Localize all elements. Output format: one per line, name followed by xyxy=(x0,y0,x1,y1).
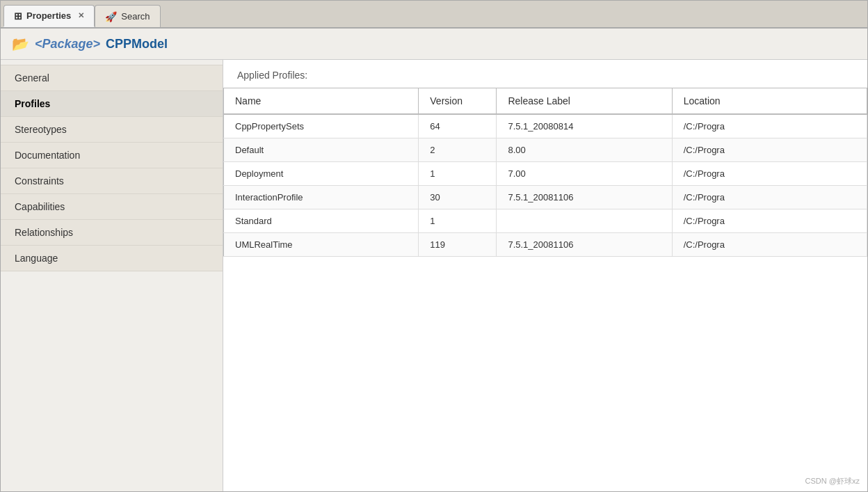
sidebar-item-language[interactable]: Language xyxy=(1,246,223,271)
cell-location: /C:/Progra xyxy=(672,186,867,209)
sidebar-item-general-label: General xyxy=(15,72,49,84)
cell-location: /C:/Progra xyxy=(672,233,867,257)
watermark: CSDN @虾球xz xyxy=(805,476,860,486)
sidebar-item-constraints-label: Constraints xyxy=(15,175,64,187)
cell-version: 1 xyxy=(419,162,497,186)
sidebar-spacer xyxy=(1,60,223,65)
cell-name: UMLRealTime xyxy=(224,233,419,257)
cell-location: /C:/Progra xyxy=(672,114,867,138)
package-folder-icon: 📂 xyxy=(12,35,29,52)
tab-properties-close[interactable]: ✕ xyxy=(78,11,84,20)
cell-version: 1 xyxy=(419,209,497,233)
sidebar-item-constraints[interactable]: Constraints xyxy=(1,168,223,194)
cell-version: 2 xyxy=(419,138,497,162)
cell-release_label: 7.5.1_20081106 xyxy=(497,233,672,257)
col-header-name: Name xyxy=(224,88,419,115)
profiles-table: Name Version Release Label Location xyxy=(223,88,867,257)
sidebar-item-stereotypes[interactable]: Stereotypes xyxy=(1,117,223,143)
col-header-version: Version xyxy=(419,88,497,115)
sidebar-item-capabilities-label: Capabilities xyxy=(15,201,65,212)
table-row[interactable]: Default28.00/C:/Progra xyxy=(224,138,867,162)
col-header-release-label: Release Label xyxy=(497,88,672,115)
cell-version: 64 xyxy=(419,114,497,138)
sidebar-item-documentation[interactable]: Documentation xyxy=(1,143,223,168)
tab-properties-label: Properties xyxy=(26,10,71,21)
cell-release_label: 8.00 xyxy=(497,138,672,162)
search-icon: 🚀 xyxy=(105,11,117,22)
table-row[interactable]: Standard1/C:/Progra xyxy=(224,209,867,233)
sidebar-item-relationships[interactable]: Relationships xyxy=(1,220,223,246)
sidebar-item-profiles-label: Profiles xyxy=(15,98,50,109)
tab-search-label: Search xyxy=(121,11,150,22)
cell-location: /C:/Progra xyxy=(672,209,867,233)
tab-properties[interactable]: ⊞ Properties ✕ xyxy=(3,5,95,27)
cell-release_label: 7.5.1_20081106 xyxy=(497,186,672,209)
cell-location: /C:/Progra xyxy=(672,162,867,186)
main-content: General Profiles Stereotypes Documentati… xyxy=(1,60,867,491)
cell-release_label: 7.5.1_20080814 xyxy=(497,114,672,138)
properties-icon: ⊞ xyxy=(14,10,22,22)
sidebar: General Profiles Stereotypes Documentati… xyxy=(1,60,223,491)
sidebar-item-general[interactable]: General xyxy=(1,65,223,91)
table-row[interactable]: CppPropertySets647.5.1_20080814/C:/Progr… xyxy=(224,114,867,138)
package-name: CPPModel xyxy=(106,37,168,51)
table-row[interactable]: Deployment17.00/C:/Progra xyxy=(224,162,867,186)
cell-location: /C:/Progra xyxy=(672,138,867,162)
sidebar-item-stereotypes-label: Stereotypes xyxy=(15,124,67,135)
cell-name: CppPropertySets xyxy=(224,114,419,138)
cell-name: InteractionProfile xyxy=(224,186,419,209)
cell-version: 30 xyxy=(419,186,497,209)
col-header-location: Location xyxy=(672,88,867,115)
cell-release_label: 7.00 xyxy=(497,162,672,186)
tab-bar: ⊞ Properties ✕ 🚀 Search xyxy=(1,1,867,29)
cell-name: Deployment xyxy=(224,162,419,186)
cell-version: 119 xyxy=(419,233,497,257)
cell-name: Default xyxy=(224,138,419,162)
applied-profiles-label: Applied Profiles: xyxy=(223,60,867,88)
package-header: 📂 <Package> CPPModel xyxy=(1,29,867,60)
main-window: ⊞ Properties ✕ 🚀 Search 📂 <Package> CPPM… xyxy=(0,0,868,492)
cell-release_label xyxy=(497,209,672,233)
table-row[interactable]: InteractionProfile307.5.1_20081106/C:/Pr… xyxy=(224,186,867,209)
sidebar-item-documentation-label: Documentation xyxy=(15,150,80,161)
tab-search[interactable]: 🚀 Search xyxy=(95,5,160,27)
sidebar-item-profiles[interactable]: Profiles xyxy=(1,91,223,117)
sidebar-item-language-label: Language xyxy=(15,253,58,264)
cell-name: Standard xyxy=(224,209,419,233)
table-row[interactable]: UMLRealTime1197.5.1_20081106/C:/Progra xyxy=(224,233,867,257)
sidebar-item-capabilities[interactable]: Capabilities xyxy=(1,194,223,220)
sidebar-item-relationships-label: Relationships xyxy=(15,227,73,238)
package-stereotype: <Package> xyxy=(35,37,100,51)
content-panel: Applied Profiles: Name Version Release L… xyxy=(223,60,867,491)
